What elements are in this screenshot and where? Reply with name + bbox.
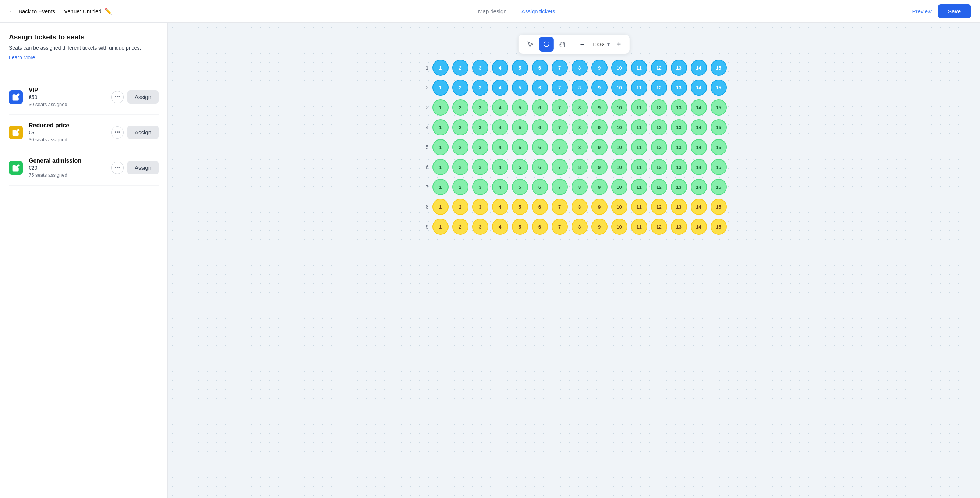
seat[interactable]: 3: [472, 219, 488, 235]
seat[interactable]: 7: [552, 159, 568, 175]
seat[interactable]: 10: [611, 119, 627, 135]
seat[interactable]: 2: [452, 179, 468, 195]
zoom-out-button[interactable]: −: [576, 38, 589, 51]
seat[interactable]: 5: [512, 139, 528, 155]
seat[interactable]: 15: [711, 179, 727, 195]
seat[interactable]: 3: [472, 139, 488, 155]
seat[interactable]: 3: [472, 80, 488, 96]
seat[interactable]: 9: [591, 219, 608, 235]
seat[interactable]: 2: [452, 159, 468, 175]
seat[interactable]: 6: [532, 159, 548, 175]
seat[interactable]: 2: [452, 199, 468, 215]
seat[interactable]: 8: [571, 60, 588, 76]
seat[interactable]: 3: [472, 60, 488, 76]
seat[interactable]: 9: [591, 60, 608, 76]
seat[interactable]: 9: [591, 199, 608, 215]
ticket-more-button-reduced[interactable]: ···: [111, 126, 124, 139]
seat[interactable]: 15: [711, 99, 727, 116]
seat[interactable]: 7: [552, 139, 568, 155]
seat[interactable]: 3: [472, 179, 488, 195]
seat[interactable]: 11: [631, 80, 648, 96]
seat[interactable]: 14: [691, 60, 707, 76]
seat[interactable]: 10: [611, 60, 627, 76]
zoom-chevron-icon[interactable]: ▾: [607, 41, 610, 47]
seat[interactable]: 8: [571, 179, 588, 195]
seat[interactable]: 9: [591, 139, 608, 155]
seat[interactable]: 14: [691, 199, 707, 215]
seat[interactable]: 4: [492, 179, 508, 195]
seat[interactable]: 9: [591, 99, 608, 116]
lasso-tool-button[interactable]: [539, 37, 554, 51]
save-button[interactable]: Save: [938, 5, 971, 18]
seat[interactable]: 10: [611, 80, 627, 96]
seat[interactable]: 8: [571, 199, 588, 215]
seat[interactable]: 5: [512, 119, 528, 135]
seat[interactable]: 4: [492, 80, 508, 96]
seat[interactable]: 12: [651, 199, 667, 215]
seat[interactable]: 15: [711, 219, 727, 235]
tab-map-design[interactable]: Map design: [471, 1, 514, 22]
seat[interactable]: 15: [711, 159, 727, 175]
seat[interactable]: 13: [671, 60, 687, 76]
seat[interactable]: 12: [651, 60, 667, 76]
seat[interactable]: 13: [671, 219, 687, 235]
seat[interactable]: 6: [532, 139, 548, 155]
seat[interactable]: 1: [433, 139, 449, 155]
seat[interactable]: 10: [611, 99, 627, 116]
seat[interactable]: 2: [452, 119, 468, 135]
seat[interactable]: 11: [631, 99, 648, 116]
seat[interactable]: 15: [711, 80, 727, 96]
seat[interactable]: 7: [552, 199, 568, 215]
seat[interactable]: 9: [591, 159, 608, 175]
seat[interactable]: 13: [671, 159, 687, 175]
seat[interactable]: 6: [532, 80, 548, 96]
seat[interactable]: 14: [691, 139, 707, 155]
hand-tool-button[interactable]: [555, 37, 570, 51]
edit-venue-icon[interactable]: ✏️: [105, 8, 112, 15]
seat[interactable]: 13: [671, 80, 687, 96]
seat[interactable]: 10: [611, 199, 627, 215]
seat[interactable]: 2: [452, 139, 468, 155]
seat[interactable]: 8: [571, 139, 588, 155]
seat[interactable]: 12: [651, 159, 667, 175]
seat[interactable]: 5: [512, 179, 528, 195]
seat[interactable]: 2: [452, 80, 468, 96]
seat[interactable]: 2: [452, 219, 468, 235]
seat[interactable]: 12: [651, 219, 667, 235]
seat[interactable]: 6: [532, 99, 548, 116]
seat[interactable]: 9: [591, 179, 608, 195]
seat[interactable]: 4: [492, 159, 508, 175]
seat[interactable]: 5: [512, 80, 528, 96]
seat[interactable]: 7: [552, 119, 568, 135]
seat[interactable]: 6: [532, 199, 548, 215]
seat[interactable]: 5: [512, 159, 528, 175]
seat[interactable]: 13: [671, 139, 687, 155]
seat[interactable]: 8: [571, 219, 588, 235]
seat[interactable]: 14: [691, 219, 707, 235]
seat[interactable]: 15: [711, 60, 727, 76]
preview-button[interactable]: Preview: [912, 8, 932, 14]
seat[interactable]: 15: [711, 139, 727, 155]
tab-assign-tickets[interactable]: Assign tickets: [514, 1, 563, 22]
seat[interactable]: 5: [512, 199, 528, 215]
ticket-assign-button-general[interactable]: Assign: [127, 161, 159, 175]
seat[interactable]: 12: [651, 119, 667, 135]
seat[interactable]: 7: [552, 179, 568, 195]
seat[interactable]: 2: [452, 60, 468, 76]
seat[interactable]: 8: [571, 80, 588, 96]
seat[interactable]: 5: [512, 219, 528, 235]
seat[interactable]: 8: [571, 159, 588, 175]
seat[interactable]: 5: [512, 60, 528, 76]
seat[interactable]: 3: [472, 159, 488, 175]
seat[interactable]: 11: [631, 179, 648, 195]
ticket-more-button-vip[interactable]: ···: [111, 91, 124, 103]
seat[interactable]: 4: [492, 199, 508, 215]
seat[interactable]: 14: [691, 159, 707, 175]
seat[interactable]: 1: [433, 99, 449, 116]
seat[interactable]: 7: [552, 80, 568, 96]
back-button[interactable]: ← Back to Events: [9, 7, 55, 15]
seat[interactable]: 12: [651, 99, 667, 116]
seat[interactable]: 13: [671, 179, 687, 195]
seat[interactable]: 4: [492, 99, 508, 116]
ticket-more-button-general[interactable]: ···: [111, 162, 124, 174]
